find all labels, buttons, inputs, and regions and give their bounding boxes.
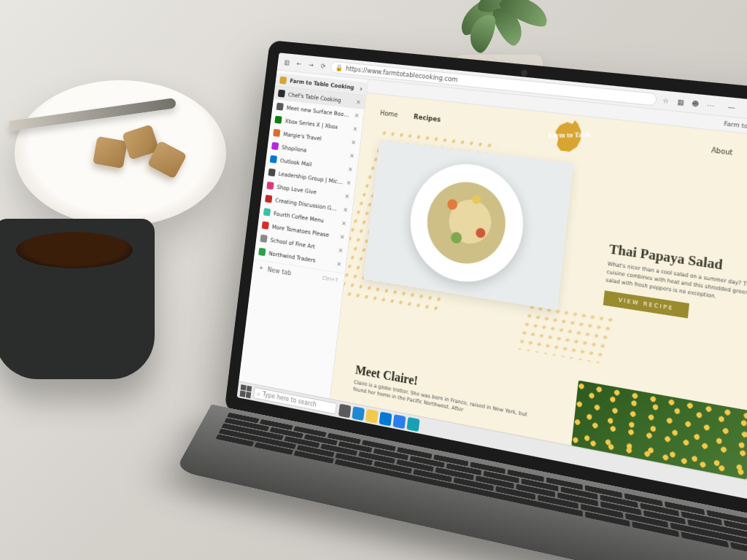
nav-recipes[interactable]: Recipes xyxy=(414,113,441,124)
nav-home[interactable]: Home xyxy=(380,109,399,118)
taskbar-mail-icon[interactable] xyxy=(379,411,392,426)
search-icon: ⌕ xyxy=(257,390,261,397)
close-tab-icon[interactable]: ✕ xyxy=(344,192,350,200)
favicon-icon xyxy=(266,182,274,190)
tabs-toggle-icon[interactable]: ▥ xyxy=(282,56,293,67)
close-tab-icon[interactable]: ✕ xyxy=(346,179,352,186)
view-recipe-button[interactable]: VIEW RECIPE xyxy=(603,291,690,319)
close-tab-icon[interactable]: ✕ xyxy=(339,233,345,241)
favicon-icon xyxy=(268,168,275,176)
taskbar-task-view-icon[interactable] xyxy=(338,403,352,418)
window-minimize[interactable]: — xyxy=(719,101,744,112)
back-button[interactable]: ← xyxy=(293,58,304,69)
favicon-icon xyxy=(263,208,271,216)
favicon-icon xyxy=(258,248,266,257)
close-tab-icon[interactable]: ✕ xyxy=(352,125,358,133)
webcam xyxy=(521,70,527,77)
close-tab-icon[interactable]: ✕ xyxy=(354,112,360,119)
refresh-button[interactable]: ⟳ xyxy=(318,60,329,71)
close-tab-icon[interactable]: ✕ xyxy=(341,219,347,227)
close-tab-icon[interactable]: ✕ xyxy=(338,246,344,254)
favicon-icon xyxy=(278,90,285,98)
close-tab-icon[interactable]: ✕ xyxy=(356,98,362,106)
close-tab-icon[interactable]: ✕ xyxy=(336,260,342,268)
recipe-card: Thai Papaya Salad What's nicer than a co… xyxy=(603,241,747,332)
close-tab-icon[interactable]: ✕ xyxy=(348,166,354,173)
profile-icon[interactable]: ☻ xyxy=(689,97,703,109)
nav-about[interactable]: About xyxy=(711,146,733,157)
favicon-icon xyxy=(276,103,284,111)
plus-icon: ＋ xyxy=(258,263,265,273)
close-tab-icon[interactable]: ✕ xyxy=(349,152,355,160)
chevron-right-icon: › xyxy=(360,85,363,93)
taskbar-store-icon[interactable] xyxy=(392,414,406,429)
desk-coffee-mug xyxy=(0,219,155,379)
favorites-icon[interactable]: ☆ xyxy=(659,94,672,106)
new-tab-shortcut: Ctrl+T xyxy=(322,275,338,284)
favicon-icon xyxy=(274,116,282,124)
lock-icon: 🔒 xyxy=(335,63,344,71)
favicon-icon xyxy=(279,76,287,84)
site-logo[interactable]: Farm to Table xyxy=(549,118,589,155)
decor-dots xyxy=(515,303,616,364)
favicon-icon xyxy=(271,142,279,150)
laptop: ▥ ← → ⟳ 🔒 https://www.farmtotablecooking… xyxy=(204,40,747,560)
logo-text: Farm to Table xyxy=(548,131,591,140)
favicon-icon xyxy=(260,234,267,243)
favicon-icon xyxy=(262,221,269,229)
favicon-icon xyxy=(270,155,277,163)
close-tab-icon[interactable]: ✕ xyxy=(343,206,349,213)
start-button[interactable] xyxy=(240,384,252,398)
taskbar-edge-icon[interactable] xyxy=(352,406,365,421)
app-menu-button[interactable]: ⋯ xyxy=(704,98,717,111)
forward-button[interactable]: → xyxy=(306,59,317,70)
desk-plate xyxy=(15,80,226,226)
close-tab-icon[interactable]: ✕ xyxy=(351,139,357,146)
new-tab-label: New tab xyxy=(267,265,292,276)
favicon-icon xyxy=(273,129,280,137)
taskbar-file-explorer-icon[interactable] xyxy=(365,408,379,423)
collections-icon[interactable]: ▦ xyxy=(674,96,687,108)
favicon-icon xyxy=(265,195,272,203)
taskbar-photos-icon[interactable] xyxy=(406,416,419,431)
